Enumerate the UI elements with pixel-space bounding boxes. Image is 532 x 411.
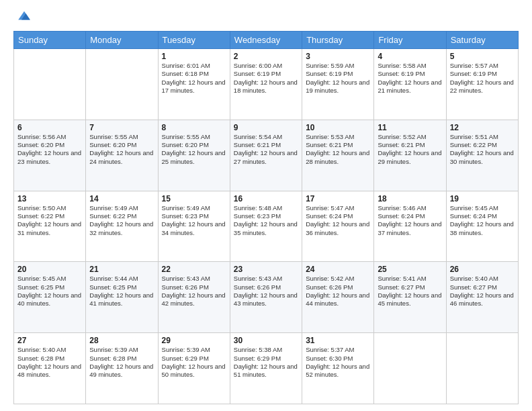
calendar-cell: 3Sunrise: 5:59 AMSunset: 6:19 PMDaylight… (302, 49, 374, 120)
day-info: Sunrise: 5:48 AMSunset: 6:23 PMDaylight:… (234, 204, 298, 237)
day-number: 29 (162, 336, 226, 345)
calendar-cell (374, 333, 446, 404)
day-number: 30 (234, 336, 298, 345)
day-info: Sunrise: 5:46 AMSunset: 6:24 PMDaylight:… (378, 204, 442, 237)
calendar: SundayMondayTuesdayWednesdayThursdayFrid… (13, 31, 519, 404)
day-number: 16 (234, 194, 298, 203)
day-number: 10 (306, 123, 370, 132)
day-number: 6 (17, 123, 82, 132)
day-number: 26 (450, 265, 515, 274)
calendar-cell: 14Sunrise: 5:49 AMSunset: 6:22 PMDayligh… (86, 191, 158, 262)
calendar-cell: 22Sunrise: 5:43 AMSunset: 6:26 PMDayligh… (158, 262, 230, 333)
day-number: 31 (306, 336, 370, 345)
day-info: Sunrise: 5:55 AMSunset: 6:20 PMDaylight:… (89, 133, 154, 166)
calendar-cell: 21Sunrise: 5:44 AMSunset: 6:25 PMDayligh… (86, 262, 158, 333)
day-info: Sunrise: 5:55 AMSunset: 6:20 PMDaylight:… (162, 133, 226, 166)
calendar-cell: 31Sunrise: 5:37 AMSunset: 6:30 PMDayligh… (302, 333, 374, 404)
calendar-cell: 18Sunrise: 5:46 AMSunset: 6:24 PMDayligh… (374, 191, 446, 262)
calendar-cell: 11Sunrise: 5:52 AMSunset: 6:21 PMDayligh… (374, 120, 446, 191)
day-info: Sunrise: 6:01 AMSunset: 6:18 PMDaylight:… (162, 62, 226, 95)
day-info: Sunrise: 5:42 AMSunset: 6:26 PMDaylight:… (306, 275, 370, 308)
day-of-week-header: Tuesday (158, 32, 230, 49)
day-info: Sunrise: 5:40 AMSunset: 6:27 PMDaylight:… (450, 275, 515, 308)
calendar-week-row: 27Sunrise: 5:40 AMSunset: 6:28 PMDayligh… (14, 333, 519, 404)
calendar-cell: 23Sunrise: 5:43 AMSunset: 6:26 PMDayligh… (230, 262, 302, 333)
day-info: Sunrise: 5:56 AMSunset: 6:20 PMDaylight:… (17, 133, 82, 166)
calendar-cell: 20Sunrise: 5:45 AMSunset: 6:25 PMDayligh… (14, 262, 86, 333)
day-info: Sunrise: 5:43 AMSunset: 6:26 PMDaylight:… (234, 275, 298, 308)
calendar-week-row: 13Sunrise: 5:50 AMSunset: 6:22 PMDayligh… (14, 191, 519, 262)
calendar-week-row: 6Sunrise: 5:56 AMSunset: 6:20 PMDaylight… (14, 120, 519, 191)
day-number: 25 (378, 265, 442, 274)
day-number: 8 (162, 123, 226, 132)
day-number: 7 (89, 123, 154, 132)
calendar-cell: 7Sunrise: 5:55 AMSunset: 6:20 PMDaylight… (86, 120, 158, 191)
calendar-cell: 13Sunrise: 5:50 AMSunset: 6:22 PMDayligh… (14, 191, 86, 262)
calendar-header-row: SundayMondayTuesdayWednesdayThursdayFrid… (14, 32, 519, 49)
day-number: 17 (306, 194, 370, 203)
day-info: Sunrise: 5:39 AMSunset: 6:28 PMDaylight:… (89, 346, 154, 379)
day-info: Sunrise: 5:57 AMSunset: 6:19 PMDaylight:… (450, 62, 515, 95)
calendar-week-row: 1Sunrise: 6:01 AMSunset: 6:18 PMDaylight… (14, 49, 519, 120)
calendar-cell (446, 333, 518, 404)
page: SundayMondayTuesdayWednesdayThursdayFrid… (0, 0, 532, 411)
calendar-cell: 6Sunrise: 5:56 AMSunset: 6:20 PMDaylight… (14, 120, 86, 191)
day-number: 13 (17, 194, 82, 203)
day-info: Sunrise: 5:49 AMSunset: 6:22 PMDaylight:… (89, 204, 154, 237)
logo-icon (16, 8, 32, 24)
day-info: Sunrise: 5:52 AMSunset: 6:21 PMDaylight:… (378, 133, 442, 166)
calendar-cell: 1Sunrise: 6:01 AMSunset: 6:18 PMDaylight… (158, 49, 230, 120)
calendar-cell: 16Sunrise: 5:48 AMSunset: 6:23 PMDayligh… (230, 191, 302, 262)
day-number: 20 (17, 265, 82, 274)
day-number: 27 (17, 336, 82, 345)
day-number: 12 (450, 123, 515, 132)
calendar-cell: 30Sunrise: 5:38 AMSunset: 6:29 PMDayligh… (230, 333, 302, 404)
day-number: 18 (378, 194, 442, 203)
calendar-cell: 25Sunrise: 5:41 AMSunset: 6:27 PMDayligh… (374, 262, 446, 333)
calendar-cell: 28Sunrise: 5:39 AMSunset: 6:28 PMDayligh… (86, 333, 158, 404)
day-info: Sunrise: 5:43 AMSunset: 6:26 PMDaylight:… (162, 275, 226, 308)
day-of-week-header: Saturday (446, 32, 518, 49)
day-info: Sunrise: 5:40 AMSunset: 6:28 PMDaylight:… (17, 346, 82, 379)
calendar-cell: 24Sunrise: 5:42 AMSunset: 6:26 PMDayligh… (302, 262, 374, 333)
logo-text (13, 11, 32, 24)
day-number: 11 (378, 123, 442, 132)
day-info: Sunrise: 5:47 AMSunset: 6:24 PMDaylight:… (306, 204, 370, 237)
day-info: Sunrise: 5:50 AMSunset: 6:22 PMDaylight:… (17, 204, 82, 237)
day-info: Sunrise: 5:37 AMSunset: 6:30 PMDaylight:… (306, 346, 370, 379)
calendar-cell: 9Sunrise: 5:54 AMSunset: 6:21 PMDaylight… (230, 120, 302, 191)
day-number: 14 (89, 194, 154, 203)
day-number: 24 (306, 265, 370, 274)
day-number: 1 (162, 52, 226, 61)
day-number: 2 (234, 52, 298, 61)
calendar-cell: 26Sunrise: 5:40 AMSunset: 6:27 PMDayligh… (446, 262, 518, 333)
day-number: 28 (89, 336, 154, 345)
day-of-week-header: Wednesday (230, 32, 302, 49)
day-info: Sunrise: 5:51 AMSunset: 6:22 PMDaylight:… (450, 133, 515, 166)
day-number: 23 (234, 265, 298, 274)
day-number: 4 (378, 52, 442, 61)
calendar-cell: 19Sunrise: 5:45 AMSunset: 6:24 PMDayligh… (446, 191, 518, 262)
calendar-cell: 5Sunrise: 5:57 AMSunset: 6:19 PMDaylight… (446, 49, 518, 120)
day-number: 21 (89, 265, 154, 274)
calendar-cell: 15Sunrise: 5:49 AMSunset: 6:23 PMDayligh… (158, 191, 230, 262)
day-number: 19 (450, 194, 515, 203)
day-info: Sunrise: 5:39 AMSunset: 6:29 PMDaylight:… (162, 346, 226, 379)
calendar-cell: 12Sunrise: 5:51 AMSunset: 6:22 PMDayligh… (446, 120, 518, 191)
day-number: 5 (450, 52, 515, 61)
calendar-cell: 17Sunrise: 5:47 AMSunset: 6:24 PMDayligh… (302, 191, 374, 262)
calendar-cell: 27Sunrise: 5:40 AMSunset: 6:28 PMDayligh… (14, 333, 86, 404)
calendar-cell: 2Sunrise: 6:00 AMSunset: 6:19 PMDaylight… (230, 49, 302, 120)
header (13, 11, 519, 24)
day-info: Sunrise: 5:38 AMSunset: 6:29 PMDaylight:… (234, 346, 298, 379)
calendar-week-row: 20Sunrise: 5:45 AMSunset: 6:25 PMDayligh… (14, 262, 519, 333)
calendar-cell: 10Sunrise: 5:53 AMSunset: 6:21 PMDayligh… (302, 120, 374, 191)
day-info: Sunrise: 5:45 AMSunset: 6:25 PMDaylight:… (17, 275, 82, 308)
logo (13, 11, 32, 24)
calendar-cell (14, 49, 86, 120)
calendar-cell: 29Sunrise: 5:39 AMSunset: 6:29 PMDayligh… (158, 333, 230, 404)
day-info: Sunrise: 5:54 AMSunset: 6:21 PMDaylight:… (234, 133, 298, 166)
day-info: Sunrise: 5:44 AMSunset: 6:25 PMDaylight:… (89, 275, 154, 308)
day-info: Sunrise: 5:53 AMSunset: 6:21 PMDaylight:… (306, 133, 370, 166)
calendar-cell (86, 49, 158, 120)
